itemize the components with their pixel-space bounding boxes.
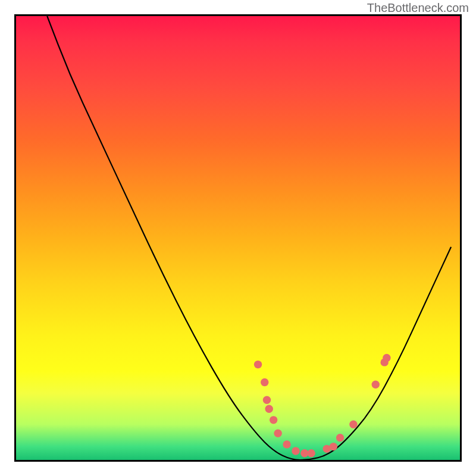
watermark-text: TheBottleneck.com [367,1,469,15]
plot-area [14,14,462,462]
bottleneck-curve [47,16,451,460]
marker-dot [270,416,277,424]
marker-dot [292,447,299,455]
marker-dot [349,421,357,428]
marker-dot [336,434,344,441]
marker-dot [274,430,281,437]
marker-dot [265,405,273,412]
marker-dot [254,361,262,368]
marker-dots [254,354,391,458]
marker-dot [283,440,290,448]
chart-svg [16,16,460,460]
marker-dot [263,396,271,404]
marker-dot [307,449,315,457]
marker-dot [383,354,390,362]
marker-dot [372,380,380,388]
marker-dot [330,443,337,450]
marker-dot [261,378,268,386]
